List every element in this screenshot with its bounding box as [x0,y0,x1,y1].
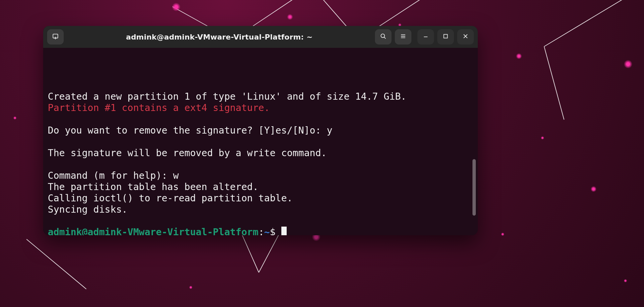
window-titlebar: admink@admink-VMware-Virtual-Platform: ~ [43,26,478,48]
scrollbar-thumb[interactable] [472,159,476,216]
hamburger-menu-button[interactable] [395,29,411,45]
terminal-text: Command (m for help): w [48,170,179,181]
svg-line-11 [27,239,86,289]
terminal-line: Calling ioctl() to re-read partition tab… [48,193,474,204]
svg-line-16 [384,37,386,39]
terminal-text: The signature will be removed by a write… [48,148,327,158]
terminal-line: admink@admink-VMware-Virtual-Platform:~$ [48,227,474,235]
terminal-text: admink@admink-VMware-Virtual-Platform [48,227,258,235]
terminal-text: Do you want to remove the signature? [Y]… [48,125,332,136]
terminal-text: $ [270,227,281,235]
terminal-line: The signature will be removed by a write… [48,148,474,159]
terminal-line: The partition table has been altered. [48,181,474,193]
search-icon [380,33,387,41]
maximize-button[interactable] [437,29,454,45]
terminal-cursor [281,227,287,235]
svg-point-15 [381,34,385,38]
terminal-line: Partition #1 contains a ext4 signature. [48,102,474,114]
desktop-wallpaper: admink@admink-VMware-Virtual-Platform: ~ [0,0,644,307]
window-title: admink@admink-VMware-Virtual-Platform: ~ [67,33,372,41]
svg-rect-21 [444,35,448,38]
terminal-text: Created a new partition 1 of type 'Linux… [48,91,406,102]
terminal-text: Partition #1 contains a ext4 signature. [48,102,270,113]
terminal-window: admink@admink-VMware-Virtual-Platform: ~ [43,26,478,235]
maximize-icon [442,33,449,41]
terminal-line [48,215,474,227]
terminal-line: Command (m for help): w [48,170,474,181]
close-icon [462,33,469,41]
terminal-output[interactable]: Created a new partition 1 of type 'Linux… [43,48,478,235]
terminal-text: Syncing disks. [48,204,127,215]
terminal-line: Created a new partition 1 of type 'Linux… [48,91,474,102]
svg-line-9 [544,0,627,47]
hamburger-icon [399,33,407,41]
terminal-line [48,159,474,170]
new-tab-icon [52,33,59,41]
terminal-text: The partition table has been altered. [48,181,258,192]
minimize-button[interactable] [417,29,434,45]
terminal-line: Do you want to remove the signature? [Y]… [48,125,474,136]
close-button[interactable] [457,29,474,45]
terminal-text: ~ [264,227,270,235]
terminal-text: Calling ioctl() to re-read partition tab… [48,193,293,204]
terminal-line: Syncing disks. [48,204,474,215]
new-tab-button[interactable] [47,29,64,45]
terminal-line [48,80,474,91]
svg-line-10 [544,47,564,120]
minimize-icon [422,33,429,41]
search-button[interactable] [375,29,392,45]
terminal-line [48,114,474,125]
terminal-line [48,136,474,148]
terminal-text: : [258,227,264,235]
